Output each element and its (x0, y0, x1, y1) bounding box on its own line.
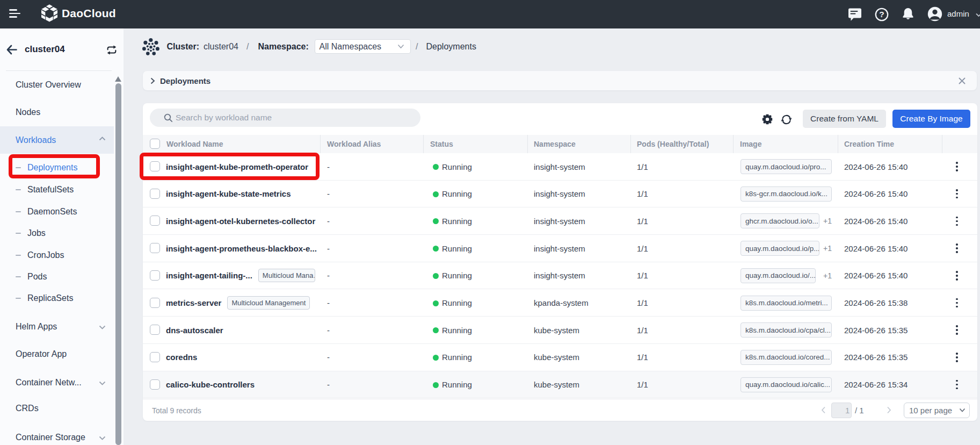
svg-text:?: ? (879, 10, 884, 19)
